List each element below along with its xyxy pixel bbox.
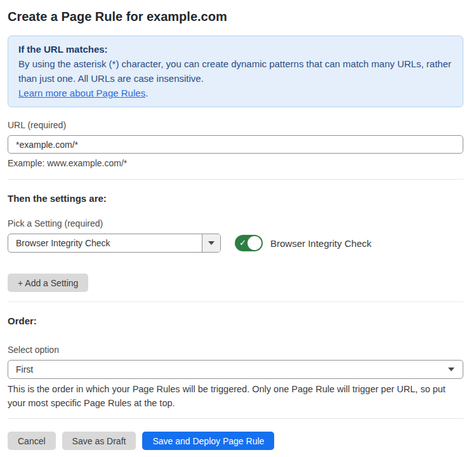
toggle-setting-label: Browser Integrity Check (270, 238, 371, 249)
chevron-down-icon (448, 368, 454, 371)
pick-setting-label: Pick a Setting (required) (8, 218, 463, 228)
settings-section-heading: Then the settings are: (8, 193, 463, 204)
footer-actions: Cancel Save as Draft Save and Deploy Pag… (8, 432, 463, 450)
chevron-down-icon (208, 241, 215, 245)
footer-divider (8, 418, 463, 419)
url-input[interactable] (8, 135, 463, 154)
order-select-value: First (16, 364, 33, 374)
save-as-draft-button[interactable]: Save as Draft (62, 432, 136, 450)
learn-more-page-rules-link[interactable]: Learn more about Page Rules (18, 88, 145, 98)
page-title: Create a Page Rule for example.com (8, 10, 463, 23)
setting-picker-dropdown[interactable]: Browser Integrity Check (8, 234, 221, 253)
order-helper-text: This is the order in which your Page Rul… (8, 382, 463, 410)
order-select[interactable]: First (8, 360, 463, 379)
info-callout-link-line: Learn more about Page Rules. (18, 86, 453, 100)
order-select-label: Select option (8, 345, 463, 355)
cancel-button[interactable]: Cancel (8, 432, 56, 450)
url-example-helper: Example: www.example.com/* (8, 158, 463, 169)
link-suffix-period: . (145, 88, 148, 98)
url-field-label: URL (required) (8, 120, 463, 130)
setting-picker-value: Browser Integrity Check (8, 234, 202, 252)
toggle-knob (248, 236, 261, 250)
setting-picker-arrow-button[interactable] (202, 234, 220, 252)
order-section-heading: Order: (8, 315, 463, 326)
url-match-info-callout: If the URL matches: By using the asteris… (8, 36, 463, 107)
setting-picker-row: Browser Integrity Check ✓ Browser Integr… (8, 234, 463, 253)
info-callout-body: By using the asterisk (*) character, you… (18, 56, 453, 86)
section-divider (8, 301, 463, 302)
check-icon: ✓ (239, 239, 246, 247)
add-setting-button[interactable]: + Add a Setting (8, 274, 88, 292)
save-and-deploy-button[interactable]: Save and Deploy Page Rule (142, 432, 274, 450)
section-divider (8, 179, 463, 180)
page-rule-form: Create a Page Rule for example.com If th… (0, 0, 476, 450)
browser-integrity-check-toggle[interactable]: ✓ (235, 235, 263, 251)
info-callout-heading: If the URL matches: (18, 42, 453, 56)
